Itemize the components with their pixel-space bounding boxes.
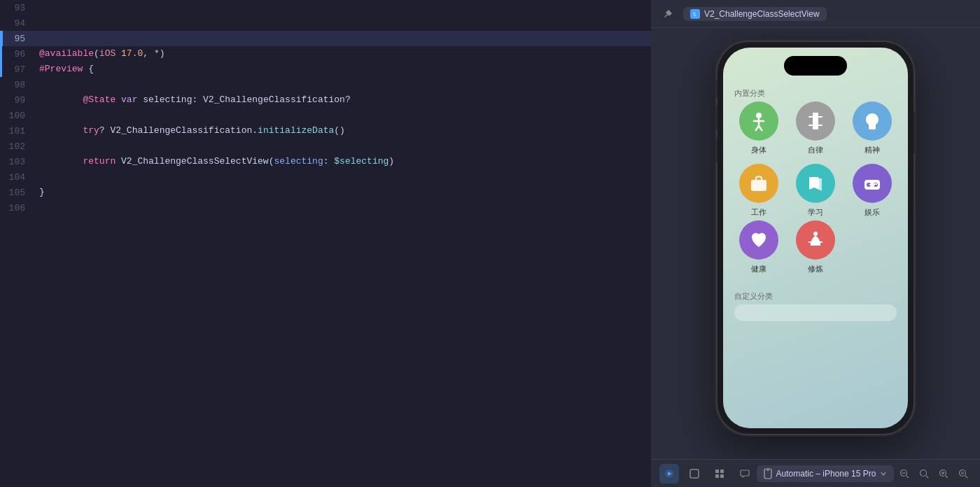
code-content: } [36,185,45,200]
grid-icon [715,469,724,479]
study-icon [805,173,826,194]
svg-point-2 [756,113,762,118]
preview-panel: S V2_ChallengeClassSelectView [651,0,980,487]
svg-line-41 [965,476,967,478]
code-line: 96 @available(iOS 17.0, *) [0,46,651,62]
pin-button[interactable] [658,4,678,24]
swift-icon: S [692,10,699,17]
category-label-entertainment: 娱乐 [864,207,880,218]
svg-rect-9 [808,125,822,126]
preview-title-pill: S V2_ChallengeClassSelectView [683,7,827,21]
code-line: 101 try? V2_ChallengeClassification.init… [0,123,651,139]
line-number: 99 [0,95,36,106]
custom-section-content [734,304,897,321]
line-number: 104 [0,172,36,183]
svg-line-32 [906,476,909,478]
svg-rect-30 [766,470,769,471]
practice-icon [805,230,826,250]
frame-button[interactable] [685,464,704,484]
category-item-body[interactable]: 身体 [734,101,783,155]
svg-line-6 [759,126,762,131]
iphone-frame: 内置分类 [718,42,913,434]
line-number: 98 [0,80,36,90]
code-line: 103 return V2_ChallengeClassSelectView(s… [0,154,651,169]
category-icon-entertainment [853,164,892,203]
zoom-in-icon [939,469,948,479]
category-item-entertainment[interactable]: 娱乐 [848,164,897,218]
svg-rect-10 [869,128,876,129]
zoom-full-button[interactable] [955,465,972,482]
phone-icon [764,468,772,479]
category-item-empty [848,220,897,274]
active-line-indicator [0,62,2,77]
method-name: initializeData [258,125,334,136]
svg-rect-27 [715,474,719,478]
line-number: 95 [0,34,36,44]
code-content: try? V2_ChallengeClassification.initiali… [36,123,345,139]
zoom-in-button[interactable] [935,465,952,482]
code-line: 98 [0,77,651,92]
builtin-section-title: 内置分类 [734,88,897,99]
code-line: 104 [0,169,651,185]
dynamic-island [784,56,847,76]
preview-title-text: V2_ChallengeClassSelectView [704,9,820,19]
category-item-study[interactable]: 学习 [791,164,839,218]
zoom-out-button[interactable] [896,465,913,482]
line-number: 96 [0,49,36,59]
category-label-self: 自律 [808,145,823,155]
code-line: 93 [0,0,651,15]
code-editor: 93 94 95 96 @available(iOS 17.0, *) 97 #… [0,0,651,487]
grid-button[interactable] [710,464,729,484]
preview-content: 内置分类 [651,28,980,459]
category-icon-practice [796,220,835,260]
category-icon-study [796,164,835,203]
category-icon-work [739,164,778,203]
chat-button[interactable] [735,464,755,484]
health-icon [748,230,769,250]
zoom-fit-icon [919,469,929,479]
pin-icon [662,8,673,20]
code-content: #Preview { [36,62,94,77]
category-item-practice[interactable]: 修炼 [791,220,839,274]
device-selector[interactable]: Automatic – iPhone 15 Pro [757,465,895,482]
svg-line-35 [926,476,928,478]
category-item-self[interactable]: 自律 [791,101,839,155]
preview-bottom-bar: Automatic – iPhone 15 Pro [651,459,980,487]
svg-rect-24 [690,470,699,478]
category-label-health: 健康 [751,264,766,274]
body-icon [748,111,769,132]
device-label: Automatic – iPhone 15 Pro [776,469,876,479]
line-number: 94 [0,18,36,29]
svg-rect-26 [720,470,724,473]
preview-toolbar: S V2_ChallengeClassSelectView [651,0,980,28]
keyword-state: @State [83,94,115,105]
iphone-screen: 内置分类 [723,48,908,428]
svg-point-19 [813,232,818,236]
zoom-controls [896,465,972,482]
self-icon [805,111,826,132]
line-number: 100 [0,111,36,121]
category-item-mind[interactable]: 精神 [848,101,897,155]
category-grid-row3: 健康 [734,220,897,274]
zoom-reset-button[interactable] [916,465,932,482]
line-number: 101 [0,126,36,136]
play-button[interactable] [659,464,679,484]
category-item-health[interactable]: 健康 [734,220,783,274]
code-line: 97 #Preview { [0,62,651,77]
keyword-try: try [83,125,99,136]
svg-rect-17 [869,184,875,185]
line-number: 105 [0,188,36,198]
custom-section: 自定义分类 [734,291,897,321]
keyword-var: var [121,94,137,105]
iphone-volume-up-button [715,105,718,130]
svg-rect-42 [961,472,964,474]
param-value: $selecting [334,156,388,167]
app-content: 内置分类 [723,48,908,428]
category-icon-health [739,220,778,260]
svg-text:S: S [693,12,696,17]
category-item-work[interactable]: 工作 [734,164,783,218]
iphone-power-button [913,112,916,154]
work-icon [748,173,769,194]
code-line: 99 @State var selecting: V2_ChallengeCla… [0,92,651,108]
category-label-mind: 精神 [864,145,880,155]
